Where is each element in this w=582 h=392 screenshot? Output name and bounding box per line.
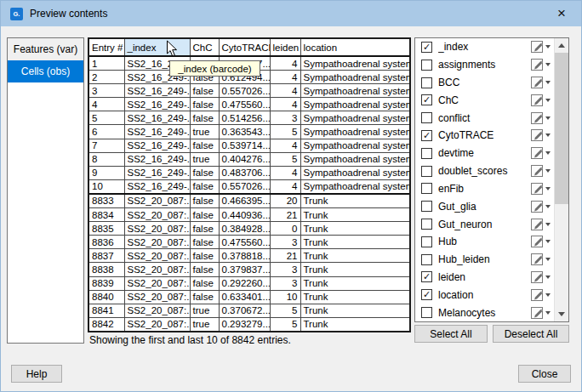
cell[interactable]: false	[190, 111, 219, 125]
cell[interactable]: SS2_20_087:...	[124, 290, 190, 304]
cell[interactable]: false	[190, 249, 219, 263]
column-header-location[interactable]: location	[300, 39, 409, 56]
cell[interactable]: false	[190, 179, 219, 194]
cell[interactable]: 5	[270, 304, 300, 317]
table-row[interactable]: 8842SS2_20_087:...true0.293279...5Trunk	[89, 317, 409, 331]
edit-attribute-button[interactable]	[531, 271, 551, 283]
cell[interactable]: SS2_20_087:...	[124, 194, 190, 208]
cell[interactable]: false	[190, 290, 219, 304]
cell[interactable]: 10	[270, 290, 300, 304]
cell[interactable]: 20	[270, 194, 300, 208]
table-row[interactable]: 9SS2_16_249-...false0.483706...4Sympatho…	[89, 166, 409, 179]
cell[interactable]: true	[190, 317, 219, 331]
cell[interactable]: true	[190, 304, 219, 317]
edit-attribute-button[interactable]	[531, 94, 551, 106]
edit-attribute-button[interactable]	[531, 289, 551, 301]
edit-attribute-button[interactable]	[531, 41, 551, 53]
checkbox-hub[interactable]	[421, 236, 432, 247]
cell[interactable]: 4	[270, 139, 300, 152]
cell[interactable]: 5	[89, 111, 124, 125]
edit-attribute-button[interactable]	[531, 236, 551, 247]
cell[interactable]: Sympathoadrenal system	[300, 152, 409, 166]
cell[interactable]: Trunk	[300, 222, 409, 236]
cell[interactable]: Sympathoadrenal system	[300, 98, 409, 111]
cell[interactable]: 0.557026...	[219, 84, 270, 98]
cell[interactable]: 1	[89, 56, 124, 71]
cell[interactable]: 0.475560...	[219, 98, 270, 111]
cell[interactable]: Sympathoadrenal system	[300, 179, 409, 194]
cell[interactable]: 8836	[89, 236, 124, 249]
cell[interactable]: 8839	[89, 276, 124, 290]
cell[interactable]: 0.440936...	[219, 208, 270, 222]
scrollbar-thumb[interactable]	[555, 53, 568, 204]
table-row[interactable]: 8838SS2_20_087:...false0.379837...3Trunk	[89, 263, 409, 276]
cell[interactable]: 4	[270, 56, 300, 71]
cell[interactable]: false	[190, 98, 219, 111]
edit-attribute-button[interactable]	[531, 307, 551, 319]
table-row[interactable]: 8840SS2_20_087:...false0.633401...10Trun…	[89, 290, 409, 304]
cell[interactable]: SS2_16_249-...	[124, 152, 190, 166]
checkbox-cytotrace[interactable]	[421, 130, 432, 141]
scroll-down-icon[interactable]	[555, 307, 568, 321]
cell[interactable]: 0.292260...	[219, 276, 270, 290]
column-header-chc[interactable]: ChC	[190, 39, 219, 56]
table-row[interactable]: 8835SS2_20_087:...false0.384928...0Trunk	[89, 222, 409, 236]
cell[interactable]: 21	[270, 208, 300, 222]
table-row[interactable]: 8837SS2_20_087:...false0.378818...21Trun…	[89, 249, 409, 263]
cell[interactable]: Sympathoadrenal system	[300, 56, 409, 71]
cell[interactable]: 3	[270, 111, 300, 125]
cell[interactable]: 4	[270, 166, 300, 179]
cell[interactable]: Trunk	[300, 208, 409, 222]
help-button[interactable]: Help	[11, 365, 62, 383]
cell[interactable]: 5	[270, 317, 300, 331]
cell[interactable]: 4	[270, 84, 300, 98]
sidebar-item-cells-obs-[interactable]: Cells (obs)	[8, 60, 83, 82]
cell[interactable]: 3	[89, 84, 124, 98]
cell[interactable]: 0.466395...	[219, 194, 270, 208]
edit-attribute-button[interactable]	[531, 147, 551, 159]
table-row[interactable]: 6SS2_16_249-...true0.363543...5Sympathoa…	[89, 125, 409, 139]
scroll-up-icon[interactable]	[555, 38, 568, 53]
cell[interactable]: SS2_16_249-...	[124, 111, 190, 125]
select-all-button[interactable]: Select All	[414, 325, 488, 343]
cell[interactable]: false	[190, 84, 219, 98]
checkbox-hub_leiden[interactable]	[421, 254, 432, 265]
table-row[interactable]: 8833SS2_20_087:...false0.466395...20Trun…	[89, 194, 409, 208]
table-row[interactable]: 4SS2_16_249-...false0.475560...4Sympatho…	[89, 98, 409, 111]
table-row[interactable]: 10SS2_16_249-...false0.557026...4Sympath…	[89, 179, 409, 194]
cell[interactable]: 0.514256...	[219, 111, 270, 125]
cell[interactable]: 21	[270, 249, 300, 263]
column-header-cytotrace[interactable]: CytoTRACE	[219, 39, 270, 56]
table-row[interactable]: 8836SS2_20_087:...false0.475560...3Trunk	[89, 236, 409, 249]
cell[interactable]: SS2_20_087:...	[124, 222, 190, 236]
edit-attribute-button[interactable]	[531, 112, 551, 124]
checkbox-gut_neuron[interactable]	[421, 219, 432, 230]
cell[interactable]: SS2_16_249-...	[124, 166, 190, 179]
cell[interactable]: true	[190, 152, 219, 166]
cell[interactable]: 3	[270, 236, 300, 249]
cell[interactable]: 8841	[89, 304, 124, 317]
checkbox-devtime[interactable]	[421, 148, 432, 159]
cell[interactable]: Trunk	[300, 317, 409, 331]
cell[interactable]: Sympathoadrenal system	[300, 139, 409, 152]
cell[interactable]: false	[190, 263, 219, 276]
cell[interactable]: 0.633401...	[219, 290, 270, 304]
edit-attribute-button[interactable]	[531, 59, 551, 71]
checkbox-melanocytes[interactable]	[421, 307, 432, 318]
cell[interactable]: SS2_16_249-...	[124, 84, 190, 98]
table-row[interactable]: 3SS2_16_249-...false0.557026...4Sympatho…	[89, 84, 409, 98]
cell[interactable]: false	[190, 222, 219, 236]
cell[interactable]: SS2_20_087:...	[124, 263, 190, 276]
cell[interactable]: SS2_16_249-...	[124, 98, 190, 111]
edit-attribute-button[interactable]	[531, 201, 551, 213]
cell[interactable]: 0.379837...	[219, 263, 270, 276]
edit-attribute-button[interactable]	[531, 77, 551, 88]
cell[interactable]: 0.483706...	[219, 166, 270, 179]
cell[interactable]: 0.557026...	[219, 179, 270, 194]
cell[interactable]: 5	[270, 125, 300, 139]
window-close-icon[interactable]: ×	[542, 1, 581, 26]
cell[interactable]: 0.404276...	[219, 152, 270, 166]
cell[interactable]: 6	[89, 125, 124, 139]
checkbox-chc[interactable]	[421, 94, 432, 105]
cell[interactable]: 0.475560...	[219, 236, 270, 249]
